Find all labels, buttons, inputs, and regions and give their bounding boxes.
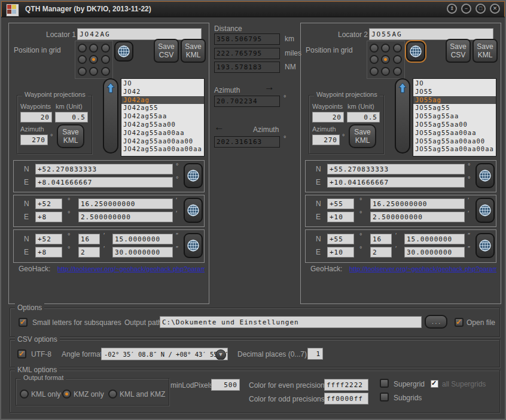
subgrids-checkbox[interactable]	[380, 393, 389, 401]
grid-pos-radio[interactable]	[393, 67, 402, 76]
grid-pos-radio[interactable]	[393, 44, 402, 53]
geohack-link[interactable]: http://toolserver.org/~geohack/geohack.p…	[349, 265, 496, 272]
list-item-selected[interactable]: JO42ag	[121, 96, 204, 105]
list-item[interactable]: JO42	[121, 88, 204, 96]
locator1-save-kml-button[interactable]: Save KML	[181, 39, 206, 63]
lat-dd-input[interactable]	[35, 164, 173, 174]
lat-deg-input[interactable]	[35, 198, 62, 209]
list-item[interactable]: JO	[121, 79, 204, 88]
dms-globe-button[interactable]	[475, 233, 495, 258]
list-item[interactable]: JO42ag55aa00	[121, 121, 204, 129]
lon-sec-input[interactable]	[112, 247, 173, 257]
dms-globe-button[interactable]	[184, 233, 203, 258]
list-item[interactable]: JO42ag55	[121, 104, 204, 112]
lat-min-input[interactable]	[370, 234, 392, 244]
grid-pos-radio[interactable]	[370, 44, 379, 53]
list-item[interactable]: JO42ag55aa00aa	[121, 129, 204, 137]
kml-only-radio[interactable]	[20, 390, 29, 398]
dm-globe-button[interactable]	[475, 198, 495, 223]
lat-sec-input[interactable]	[404, 234, 465, 244]
odd-precisions-color-input[interactable]	[324, 393, 368, 404]
lat-min-input[interactable]	[370, 198, 465, 209]
list-item[interactable]: JO55ag55aa00aa	[413, 129, 496, 137]
decimal-places-input[interactable]	[307, 348, 323, 360]
dd-globe-button[interactable]	[184, 163, 203, 188]
even-precisions-color-input[interactable]	[324, 379, 368, 391]
locator1-save-csv-button[interactable]: Save CSV	[154, 39, 179, 63]
list-item[interactable]: JO55ag55aa00aa00aa	[413, 145, 496, 154]
km-unit-input[interactable]	[55, 112, 88, 122]
locator1-globe-button[interactable]	[114, 41, 133, 62]
wp-save-kml-button[interactable]: Save KML	[57, 124, 84, 148]
grid-pos-radio[interactable]	[101, 44, 110, 53]
lat-dd-input[interactable]	[327, 164, 465, 174]
grid-pos-radio[interactable]	[381, 44, 390, 53]
lon-min-input[interactable]	[78, 247, 100, 257]
lon-min-input[interactable]	[370, 211, 465, 222]
lon-min-input[interactable]	[370, 247, 392, 257]
kmz-only-radio[interactable]	[62, 390, 71, 398]
maximize-button[interactable]: □	[475, 4, 486, 14]
close-button[interactable]: ✕	[490, 4, 500, 14]
grid-pos-radio[interactable]	[393, 55, 402, 64]
dd-globe-button[interactable]	[475, 163, 495, 188]
waypoints-input[interactable]	[20, 112, 52, 122]
lon-dd-input[interactable]	[327, 177, 465, 188]
grid-pos-radio-center[interactable]	[381, 55, 390, 64]
lat-sec-input[interactable]	[112, 234, 173, 244]
lat-min-input[interactable]	[78, 198, 173, 209]
geohack-link[interactable]: http://toolserver.org/~geohack/geohack.p…	[57, 265, 205, 272]
open-file-checkbox[interactable]	[455, 318, 464, 327]
browse-button[interactable]: . . .	[425, 315, 447, 329]
lat-deg-input[interactable]	[327, 198, 354, 209]
lat-min-input[interactable]	[78, 234, 100, 244]
lon-deg-input[interactable]	[35, 247, 62, 257]
grid-pos-radio[interactable]	[101, 67, 110, 76]
lon-min-input[interactable]	[78, 211, 173, 222]
lon-sec-input[interactable]	[404, 247, 465, 257]
utf8-checkbox[interactable]	[17, 350, 26, 358]
list-item[interactable]: JO55ag55aa	[413, 112, 496, 121]
minlodpixels-input[interactable]	[211, 379, 240, 391]
locator2-save-csv-button[interactable]: Save CSV	[446, 39, 471, 63]
wp-azimuth-input[interactable]	[20, 134, 48, 145]
list-item[interactable]: JO	[413, 79, 496, 88]
locator2-zoom-out-button[interactable]	[395, 78, 410, 154]
small-letters-checkbox[interactable]	[19, 318, 28, 327]
grid-pos-radio[interactable]	[370, 55, 379, 64]
grid-pos-radio[interactable]	[78, 44, 87, 53]
list-item-selected[interactable]: JO55ag	[413, 96, 496, 105]
list-item[interactable]: JO42ag55aa00aa00	[121, 137, 204, 146]
locator1-zoom-out-button[interactable]	[103, 78, 118, 154]
grid-pos-radio[interactable]	[89, 44, 98, 53]
supergrid-checkbox[interactable]	[380, 379, 389, 388]
lon-deg-input[interactable]	[35, 211, 62, 222]
kml-and-kmz-radio[interactable]	[108, 390, 117, 398]
lon-deg-input[interactable]	[327, 211, 354, 222]
locator2-save-kml-button[interactable]: Save KML	[473, 39, 498, 63]
dm-globe-button[interactable]	[184, 198, 203, 223]
output-path-input[interactable]	[160, 316, 422, 328]
list-item[interactable]: JO55ag55aa00aa00	[413, 137, 496, 146]
list-item[interactable]: JO55	[413, 88, 496, 96]
km-unit-input[interactable]	[347, 112, 380, 122]
angle-format-select[interactable]: -02° 35′ 08.8″ N / +08° 43′ 55.4″ E ▼	[101, 348, 228, 360]
list-item[interactable]: JO55ag55aa00	[413, 121, 496, 129]
grid-pos-radio[interactable]	[78, 55, 87, 64]
locator2-globe-button[interactable]	[406, 41, 425, 62]
list-item[interactable]: JO55ag55	[413, 104, 496, 112]
wp-save-kml-button[interactable]: Save KML	[349, 124, 376, 148]
grid-pos-radio[interactable]	[101, 55, 110, 64]
wp-azimuth-input[interactable]	[312, 134, 340, 145]
grid-pos-radio[interactable]	[381, 67, 390, 76]
rollup-button[interactable]: ⇕	[447, 4, 457, 14]
all-supergrids-checkbox[interactable]	[431, 380, 438, 388]
chevron-down-icon[interactable]: ▼	[215, 350, 226, 360]
lat-deg-input[interactable]	[327, 234, 354, 244]
locator2-input[interactable]	[369, 28, 493, 40]
grid-pos-radio[interactable]	[89, 67, 98, 76]
lon-deg-input[interactable]	[327, 247, 354, 257]
list-item[interactable]: JO42ag55aa00aa00aa	[121, 145, 204, 154]
lon-dd-input[interactable]	[35, 177, 173, 188]
locator1-input[interactable]	[77, 28, 202, 40]
